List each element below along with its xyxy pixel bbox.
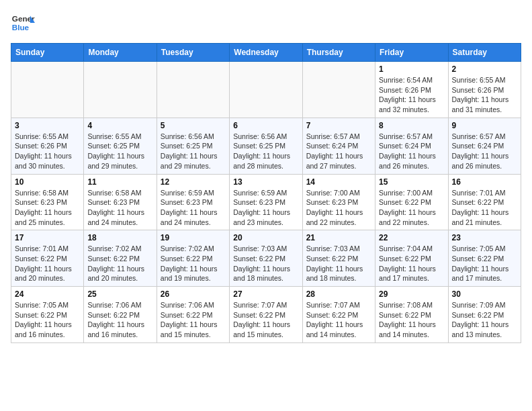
calendar-table: SundayMondayTuesdayWednesdayThursdayFrid… [11, 43, 521, 343]
day-number: 2 [452, 64, 517, 74]
day-number: 26 [161, 289, 226, 299]
calendar-cell: 25Sunrise: 7:06 AM Sunset: 6:22 PM Dayli… [84, 287, 157, 343]
day-info: Sunrise: 7:02 AM Sunset: 6:22 PM Dayligh… [161, 244, 226, 283]
day-info: Sunrise: 6:55 AM Sunset: 6:26 PM Dayligh… [15, 132, 80, 171]
calendar-cell [11, 62, 84, 118]
day-info: Sunrise: 6:57 AM Sunset: 6:24 PM Dayligh… [306, 132, 371, 171]
day-number: 12 [161, 177, 226, 187]
calendar-cell: 20Sunrise: 7:03 AM Sunset: 6:22 PM Dayli… [230, 230, 302, 287]
day-number: 22 [379, 233, 444, 242]
day-number: 8 [379, 121, 444, 130]
day-info: Sunrise: 6:56 AM Sunset: 6:25 PM Dayligh… [161, 132, 226, 171]
day-info: Sunrise: 6:54 AM Sunset: 6:26 PM Dayligh… [379, 75, 444, 115]
day-number: 24 [15, 289, 80, 299]
calendar-cell: 9Sunrise: 6:57 AM Sunset: 6:24 PM Daylig… [448, 118, 521, 174]
calendar-cell: 7Sunrise: 6:57 AM Sunset: 6:24 PM Daylig… [302, 118, 375, 174]
day-info: Sunrise: 7:00 AM Sunset: 6:23 PM Dayligh… [306, 188, 371, 228]
calendar-cell: 5Sunrise: 6:56 AM Sunset: 6:25 PM Daylig… [157, 118, 229, 174]
col-header-thursday: Thursday [302, 44, 375, 62]
day-info: Sunrise: 6:58 AM Sunset: 6:23 PM Dayligh… [15, 188, 80, 228]
day-number: 19 [161, 233, 226, 242]
col-header-saturday: Saturday [448, 44, 521, 62]
day-info: Sunrise: 7:05 AM Sunset: 6:22 PM Dayligh… [15, 300, 80, 340]
calendar-week-5: 24Sunrise: 7:05 AM Sunset: 6:22 PM Dayli… [11, 287, 521, 343]
day-info: Sunrise: 7:02 AM Sunset: 6:22 PM Dayligh… [87, 244, 152, 283]
page-header: General Blue [11, 11, 521, 35]
day-number: 11 [87, 177, 152, 187]
day-number: 14 [306, 177, 371, 187]
calendar-cell [157, 62, 229, 118]
calendar-cell: 4Sunrise: 6:55 AM Sunset: 6:25 PM Daylig… [84, 118, 157, 174]
day-number: 27 [233, 289, 298, 299]
calendar-week-3: 10Sunrise: 6:58 AM Sunset: 6:23 PM Dayli… [11, 174, 521, 230]
calendar-cell: 8Sunrise: 6:57 AM Sunset: 6:24 PM Daylig… [375, 118, 448, 174]
day-info: Sunrise: 6:56 AM Sunset: 6:25 PM Dayligh… [233, 132, 298, 171]
logo-icon: General Blue [11, 11, 35, 35]
day-number: 21 [306, 233, 371, 242]
calendar-cell [302, 62, 375, 118]
day-number: 6 [233, 121, 298, 130]
day-number: 25 [87, 289, 152, 299]
day-number: 30 [452, 289, 517, 299]
calendar-cell: 13Sunrise: 6:59 AM Sunset: 6:23 PM Dayli… [230, 174, 302, 230]
day-info: Sunrise: 7:04 AM Sunset: 6:22 PM Dayligh… [379, 244, 444, 283]
day-info: Sunrise: 6:55 AM Sunset: 6:26 PM Dayligh… [452, 75, 517, 115]
calendar-header-row: SundayMondayTuesdayWednesdayThursdayFrid… [11, 44, 521, 62]
calendar-week-2: 3Sunrise: 6:55 AM Sunset: 6:26 PM Daylig… [11, 118, 521, 174]
day-number: 16 [452, 177, 517, 187]
day-number: 15 [379, 177, 444, 187]
calendar-cell: 12Sunrise: 6:59 AM Sunset: 6:23 PM Dayli… [157, 174, 229, 230]
calendar-cell: 27Sunrise: 7:07 AM Sunset: 6:22 PM Dayli… [230, 287, 302, 343]
day-info: Sunrise: 7:03 AM Sunset: 6:22 PM Dayligh… [233, 244, 298, 283]
day-info: Sunrise: 6:59 AM Sunset: 6:23 PM Dayligh… [233, 188, 298, 228]
calendar-cell: 15Sunrise: 7:00 AM Sunset: 6:22 PM Dayli… [375, 174, 448, 230]
calendar-cell: 17Sunrise: 7:01 AM Sunset: 6:22 PM Dayli… [11, 230, 84, 287]
day-info: Sunrise: 7:08 AM Sunset: 6:22 PM Dayligh… [379, 300, 444, 340]
day-info: Sunrise: 7:01 AM Sunset: 6:22 PM Dayligh… [452, 188, 517, 228]
day-number: 5 [161, 121, 226, 130]
calendar-cell [230, 62, 302, 118]
day-number: 17 [15, 233, 80, 242]
calendar-cell: 1Sunrise: 6:54 AM Sunset: 6:26 PM Daylig… [375, 62, 448, 118]
calendar-cell: 19Sunrise: 7:02 AM Sunset: 6:22 PM Dayli… [157, 230, 229, 287]
day-info: Sunrise: 7:00 AM Sunset: 6:22 PM Dayligh… [379, 188, 444, 228]
calendar-week-4: 17Sunrise: 7:01 AM Sunset: 6:22 PM Dayli… [11, 230, 521, 287]
svg-text:Blue: Blue [12, 23, 30, 32]
day-info: Sunrise: 6:58 AM Sunset: 6:23 PM Dayligh… [87, 188, 152, 228]
day-number: 1 [379, 64, 444, 74]
col-header-friday: Friday [375, 44, 448, 62]
day-number: 23 [452, 233, 517, 242]
day-number: 4 [87, 121, 152, 130]
col-header-sunday: Sunday [11, 44, 84, 62]
calendar-cell: 2Sunrise: 6:55 AM Sunset: 6:26 PM Daylig… [448, 62, 521, 118]
col-header-wednesday: Wednesday [230, 44, 302, 62]
logo: General Blue [11, 11, 35, 35]
day-number: 29 [379, 289, 444, 299]
day-number: 10 [15, 177, 80, 187]
day-info: Sunrise: 7:07 AM Sunset: 6:22 PM Dayligh… [306, 300, 371, 340]
calendar-cell: 24Sunrise: 7:05 AM Sunset: 6:22 PM Dayli… [11, 287, 84, 343]
day-info: Sunrise: 7:06 AM Sunset: 6:22 PM Dayligh… [161, 300, 226, 340]
calendar-cell: 3Sunrise: 6:55 AM Sunset: 6:26 PM Daylig… [11, 118, 84, 174]
day-info: Sunrise: 7:09 AM Sunset: 6:22 PM Dayligh… [452, 300, 517, 340]
calendar-cell: 11Sunrise: 6:58 AM Sunset: 6:23 PM Dayli… [84, 174, 157, 230]
col-header-monday: Monday [84, 44, 157, 62]
day-info: Sunrise: 6:59 AM Sunset: 6:23 PM Dayligh… [161, 188, 226, 228]
calendar-cell: 6Sunrise: 6:56 AM Sunset: 6:25 PM Daylig… [230, 118, 302, 174]
calendar-cell: 22Sunrise: 7:04 AM Sunset: 6:22 PM Dayli… [375, 230, 448, 287]
day-number: 13 [233, 177, 298, 187]
day-info: Sunrise: 7:07 AM Sunset: 6:22 PM Dayligh… [233, 300, 298, 340]
day-number: 20 [233, 233, 298, 242]
calendar-cell: 30Sunrise: 7:09 AM Sunset: 6:22 PM Dayli… [448, 287, 521, 343]
day-number: 28 [306, 289, 371, 299]
day-info: Sunrise: 7:05 AM Sunset: 6:22 PM Dayligh… [452, 244, 517, 283]
calendar-cell [84, 62, 157, 118]
calendar-cell: 10Sunrise: 6:58 AM Sunset: 6:23 PM Dayli… [11, 174, 84, 230]
calendar-cell: 21Sunrise: 7:03 AM Sunset: 6:22 PM Dayli… [302, 230, 375, 287]
calendar-cell: 16Sunrise: 7:01 AM Sunset: 6:22 PM Dayli… [448, 174, 521, 230]
calendar-cell: 14Sunrise: 7:00 AM Sunset: 6:23 PM Dayli… [302, 174, 375, 230]
day-info: Sunrise: 6:57 AM Sunset: 6:24 PM Dayligh… [452, 132, 517, 171]
day-info: Sunrise: 6:55 AM Sunset: 6:25 PM Dayligh… [87, 132, 152, 171]
day-number: 18 [87, 233, 152, 242]
day-info: Sunrise: 7:03 AM Sunset: 6:22 PM Dayligh… [306, 244, 371, 283]
